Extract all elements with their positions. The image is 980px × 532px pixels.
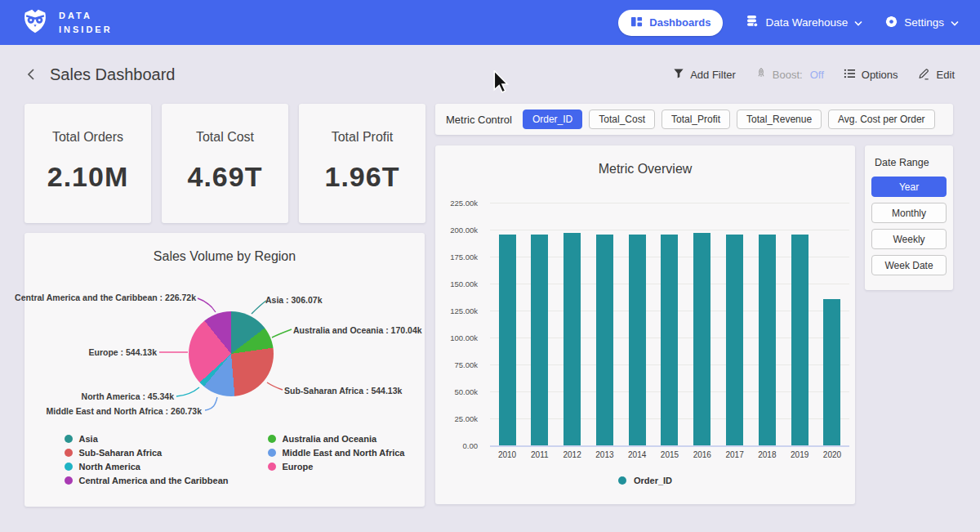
legend-label: Sub-Saharan Africa xyxy=(79,448,163,458)
pie-legend-item[interactable]: Europe xyxy=(268,462,405,472)
leader-line xyxy=(198,298,216,312)
date-range-buttons: YearMonthlyWeeklyWeek Date xyxy=(871,177,947,275)
nav-data-warehouse[interactable]: Data Warehouse xyxy=(746,15,862,30)
bar-chart-title: Metric Overview xyxy=(435,162,855,177)
bar-2020[interactable] xyxy=(823,299,840,445)
pie-legend-item[interactable]: Sub-Saharan Africa xyxy=(65,448,229,458)
leader-line xyxy=(267,382,283,390)
metric-button-total-revenue[interactable]: Total_Revenue xyxy=(737,110,822,129)
top-navbar: DATA INSIDER Dashboards xyxy=(0,0,980,45)
y-tick-label: 50.00k xyxy=(454,387,478,396)
x-tick-label: 2013 xyxy=(589,450,620,459)
bar-2013[interactable] xyxy=(596,235,613,445)
legend-dot xyxy=(268,463,276,471)
chevron-down-icon xyxy=(854,16,862,29)
legend-label: Asia xyxy=(79,434,98,444)
list-icon xyxy=(844,68,856,82)
leader-line xyxy=(176,387,199,396)
pie-legend-item[interactable]: Asia xyxy=(65,434,229,444)
date-range-button-week-date[interactable]: Week Date xyxy=(871,255,947,275)
nav-dashboards-button[interactable]: Dashboards xyxy=(618,10,723,36)
pie-legend-item[interactable]: Central America and the Caribbean xyxy=(65,476,229,485)
date-range-button-weekly[interactable]: Weekly xyxy=(871,229,947,249)
boost-toggle[interactable]: Boost: Off xyxy=(755,67,824,82)
bar-2012[interactable] xyxy=(564,233,581,445)
owl-logo-icon xyxy=(21,7,49,38)
bar-column xyxy=(589,203,620,445)
bar-legend-item[interactable]: Order_ID xyxy=(618,476,672,485)
bar-2015[interactable] xyxy=(661,235,678,445)
metric-button-order-id[interactable]: Order_ID xyxy=(523,110,582,129)
gridline xyxy=(490,445,849,447)
bar-2010[interactable] xyxy=(499,235,516,445)
pie-chart-legend: AsiaAustralia and OceaniaSub-Saharan Afr… xyxy=(44,434,425,485)
pie-chart[interactable] xyxy=(189,311,274,396)
options-button[interactable]: Options xyxy=(844,68,898,82)
kpi-card-total-orders: Total Orders 2.10M xyxy=(24,104,151,223)
legend-label: Central America and the Caribbean xyxy=(79,476,229,485)
bar-2019[interactable] xyxy=(791,235,808,445)
edit-button[interactable]: Edit xyxy=(918,67,955,83)
kpi-card-total-profit: Total Profit 1.96T xyxy=(299,104,425,223)
bar-2018[interactable] xyxy=(759,235,776,445)
add-filter-button[interactable]: Add Filter xyxy=(673,68,736,82)
bar-chart-plot-area xyxy=(490,203,849,445)
legend-dot xyxy=(268,449,276,457)
x-tick-label: 2015 xyxy=(654,450,685,459)
y-tick-label: 0.00 xyxy=(463,441,479,450)
kpi-label: Total Profit xyxy=(332,130,394,145)
metric-button-avg-cost-per-order[interactable]: Avg. Cost per Order xyxy=(828,110,935,129)
pie-legend-item[interactable]: Middle East and North Africa xyxy=(268,448,405,458)
date-range-panel: Date Range YearMonthlyWeeklyWeek Date xyxy=(865,145,953,290)
add-filter-label: Add Filter xyxy=(690,69,736,81)
kpi-value: 4.69T xyxy=(188,161,263,193)
kpi-label: Total Cost xyxy=(196,130,254,145)
brand[interactable]: DATA INSIDER xyxy=(21,7,113,38)
bar-column xyxy=(719,203,751,445)
nav-data-warehouse-label: Data Warehouse xyxy=(765,16,848,29)
bar-2016[interactable] xyxy=(693,233,710,445)
bar-2011[interactable] xyxy=(531,235,548,445)
nav-settings[interactable]: Settings xyxy=(885,16,959,30)
pie-legend-item[interactable]: Australia and Oceania xyxy=(268,434,405,444)
y-tick-label: 75.00k xyxy=(454,360,478,369)
bar-column xyxy=(687,203,718,445)
y-tick-label: 125.00k xyxy=(450,306,478,315)
database-icon xyxy=(746,15,759,30)
y-tick-label: 175.00k xyxy=(450,253,478,262)
bar-column xyxy=(621,203,653,445)
date-range-button-year[interactable]: Year xyxy=(871,177,947,197)
pie-slice-label: Middle East and North Africa : 260.73k xyxy=(47,406,202,416)
metric-button-total-cost[interactable]: Total_Cost xyxy=(589,110,655,129)
metric-button-total-profit[interactable]: Total_Profit xyxy=(662,110,730,129)
nav-settings-label: Settings xyxy=(904,16,944,29)
x-tick-label: 2010 xyxy=(492,450,523,459)
x-tick-label: 2016 xyxy=(687,450,718,459)
pie-legend-item[interactable]: North America xyxy=(65,462,229,472)
options-label: Options xyxy=(862,69,898,81)
bar-2014[interactable] xyxy=(629,235,646,445)
bar-2017[interactable] xyxy=(726,235,743,445)
y-tick-label: 25.00k xyxy=(454,414,478,423)
metric-overview-chart-card: Metric Overview 225.00k200.00k175.00k150… xyxy=(435,145,855,504)
bar-chart-legend: Order_ID xyxy=(435,476,855,485)
kpi-value: 1.96T xyxy=(325,161,400,193)
y-tick-label: 200.00k xyxy=(450,226,478,235)
pie-slice-label: Asia : 306.07k xyxy=(265,295,322,305)
dashboards-icon xyxy=(630,16,643,30)
y-tick-label: 150.00k xyxy=(450,279,478,288)
legend-label: Order_ID xyxy=(634,476,672,485)
bar-column xyxy=(751,203,782,445)
bar-column xyxy=(784,203,815,445)
rocket-icon xyxy=(755,67,767,82)
metric-control-bar: Metric Control Order_IDTotal_CostTotal_P… xyxy=(435,104,953,135)
back-button[interactable] xyxy=(25,68,37,81)
y-tick-label: 225.00k xyxy=(450,199,478,208)
brand-line1: DATA xyxy=(59,9,113,23)
bar-column xyxy=(817,203,848,445)
x-tick-label: 2012 xyxy=(557,450,588,459)
nav-dashboards-label: Dashboards xyxy=(649,16,710,29)
legend-label: Middle East and North Africa xyxy=(283,448,405,458)
legend-dot xyxy=(65,449,73,457)
date-range-button-monthly[interactable]: Monthly xyxy=(871,203,947,223)
